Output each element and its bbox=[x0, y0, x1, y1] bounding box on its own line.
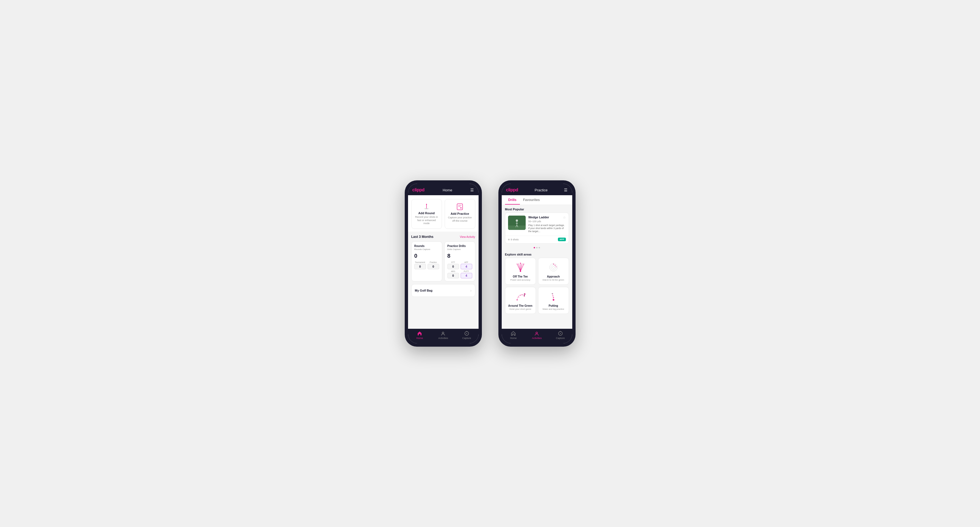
svg-point-39 bbox=[520, 295, 521, 296]
practice-header: clippd Practice ☰ bbox=[502, 184, 572, 195]
tournament-label: Tournament bbox=[414, 261, 426, 263]
app-label: APP bbox=[461, 261, 472, 263]
skill-off-tee[interactable]: Off The Tee Power and accuracy bbox=[505, 258, 536, 285]
practice-nav-capture[interactable]: Capture bbox=[549, 331, 572, 340]
practice-activities-nav-icon bbox=[534, 331, 539, 336]
putting-sub: Make and lag practice bbox=[542, 308, 564, 310]
rounds-capture-label: Rounds Capture bbox=[414, 248, 439, 251]
svg-point-38 bbox=[518, 297, 519, 298]
practice-content: Most Popular bbox=[502, 205, 572, 329]
capture-nav-label: Capture bbox=[462, 337, 471, 340]
practice-capture-nav-label: Capture bbox=[556, 337, 565, 340]
svg-rect-4 bbox=[457, 204, 463, 210]
off-tee-name: Off The Tee bbox=[513, 275, 528, 278]
svg-point-50 bbox=[536, 332, 538, 334]
home-header: clippd Home ☰ bbox=[408, 184, 479, 195]
add-round-title: Add Round bbox=[418, 211, 434, 215]
svg-marker-2 bbox=[426, 203, 427, 205]
drill-name-row: Wedge Ladder ☆ bbox=[528, 216, 566, 219]
off-tee-icon bbox=[514, 261, 527, 273]
skill-around-green[interactable]: Around The Green Hone your short game bbox=[505, 287, 536, 314]
golf-bag-label: My Golf Bag bbox=[415, 289, 433, 292]
approach-icon bbox=[547, 261, 560, 273]
shots-dot-icon bbox=[508, 239, 510, 240]
home-content: Add Round Record your shots in fast or e… bbox=[408, 195, 479, 329]
drill-card-wedge[interactable]: Wedge Ladder ☆ 50–100 yds Play 1 shot at… bbox=[505, 213, 569, 244]
svg-marker-43 bbox=[524, 293, 526, 295]
around-green-icon bbox=[514, 290, 527, 303]
putting-icon bbox=[547, 290, 560, 303]
drills-capture-label: Drills Capture bbox=[447, 248, 472, 251]
practice-capture-nav-icon bbox=[558, 331, 563, 336]
svg-point-10 bbox=[442, 332, 444, 334]
drill-info: Wedge Ladder ☆ 50–100 yds Play 1 shot at… bbox=[528, 216, 566, 233]
tab-drills[interactable]: Drills bbox=[505, 195, 520, 205]
rounds-title: Rounds bbox=[414, 244, 439, 248]
phone-home: clippd Home ☰ Add Round bbox=[405, 180, 482, 347]
practice-logo: clippd bbox=[506, 187, 518, 192]
carousel-dots bbox=[502, 246, 572, 250]
drill-yardage: 50–100 yds bbox=[528, 220, 566, 223]
arg-label: ARG bbox=[447, 270, 459, 272]
drill-star-icon[interactable]: ☆ bbox=[563, 216, 566, 219]
stats-cards: Rounds Rounds Capture 0 Tournament 0 Pra… bbox=[411, 241, 475, 281]
practice-activities-nav-label: Activities bbox=[532, 337, 542, 340]
drills-card: Practice Drills Drills Capture 8 OTT 0 A… bbox=[444, 241, 475, 281]
add-practice-card[interactable]: Add Practice Capture your practice off-t… bbox=[445, 199, 475, 229]
add-round-icon bbox=[423, 203, 430, 210]
putt-value: 4 bbox=[461, 273, 472, 278]
practice-value: 0 bbox=[428, 264, 439, 269]
practice-menu-icon[interactable]: ☰ bbox=[564, 188, 568, 192]
ott-stat: OTT 0 bbox=[447, 261, 459, 269]
home-nav-label: Home bbox=[416, 337, 423, 340]
view-activity-link[interactable]: View Activity bbox=[460, 235, 475, 238]
off-tee-sub: Power and accuracy bbox=[510, 279, 530, 281]
drills-total: 8 bbox=[447, 253, 472, 259]
svg-point-29 bbox=[523, 264, 524, 265]
drill-footer: 9 shots APP bbox=[505, 236, 569, 243]
practice-nav-home[interactable]: Home bbox=[502, 331, 525, 340]
header-title: Home bbox=[443, 188, 452, 192]
dot-2 bbox=[536, 247, 538, 248]
approach-name: Approach bbox=[547, 275, 560, 278]
svg-point-40 bbox=[522, 295, 522, 295]
add-practice-title: Add Practice bbox=[450, 212, 469, 215]
practice-screen: clippd Practice ☰ Drills Favourites Most… bbox=[502, 184, 572, 343]
arg-value: 0 bbox=[447, 273, 459, 278]
ott-label: OTT bbox=[447, 261, 459, 263]
app-stat: APP 4 bbox=[461, 261, 472, 269]
home-bottom-nav: Home Activities bbox=[408, 329, 479, 343]
nav-capture[interactable]: Capture bbox=[455, 331, 478, 340]
menu-icon[interactable]: ☰ bbox=[470, 188, 474, 192]
svg-line-24 bbox=[520, 264, 522, 271]
golf-bag-row[interactable]: My Golf Bag › bbox=[411, 284, 475, 297]
rounds-card: Rounds Rounds Capture 0 Tournament 0 Pra… bbox=[411, 241, 442, 281]
approach-sub: Dial-in to hit the green bbox=[542, 279, 564, 281]
tournament-value: 0 bbox=[414, 264, 426, 269]
nav-home[interactable]: Home bbox=[408, 331, 431, 340]
skill-putting[interactable]: Putting Make and lag practice bbox=[538, 287, 569, 314]
practice-header-title: Practice bbox=[535, 188, 548, 192]
around-green-name: Around The Green bbox=[508, 304, 533, 307]
skill-areas-label: Explore skill areas bbox=[502, 250, 572, 258]
skill-approach[interactable]: Approach Dial-in to hit the green bbox=[538, 258, 569, 285]
putt-stat: PUTT 4 bbox=[461, 270, 472, 278]
practice-label: Practice bbox=[428, 261, 439, 263]
drill-card-content: Wedge Ladder ☆ 50–100 yds Play 1 shot at… bbox=[505, 213, 569, 236]
nav-activities[interactable]: Activities bbox=[431, 331, 455, 340]
practice-nav-activities[interactable]: Activities bbox=[525, 331, 549, 340]
tab-favourites[interactable]: Favourites bbox=[520, 195, 543, 205]
practice-bottom-nav: Home Activities bbox=[502, 329, 572, 343]
putt-label: PUTT bbox=[461, 270, 472, 272]
svg-point-37 bbox=[517, 299, 518, 300]
logo: clippd bbox=[412, 187, 425, 192]
drill-description: Play 1 shot at each target yardage. If y… bbox=[528, 224, 566, 233]
svg-point-52 bbox=[560, 333, 561, 334]
drill-thumbnail bbox=[508, 216, 526, 230]
home-screen: clippd Home ☰ Add Round bbox=[408, 184, 479, 343]
rounds-breakdown: Tournament 0 Practice 0 bbox=[414, 261, 439, 269]
practice-home-nav-icon bbox=[511, 331, 516, 336]
svg-point-12 bbox=[466, 333, 467, 334]
add-round-card[interactable]: Add Round Record your shots in fast or e… bbox=[411, 199, 442, 229]
drills-title: Practice Drills bbox=[447, 244, 472, 248]
